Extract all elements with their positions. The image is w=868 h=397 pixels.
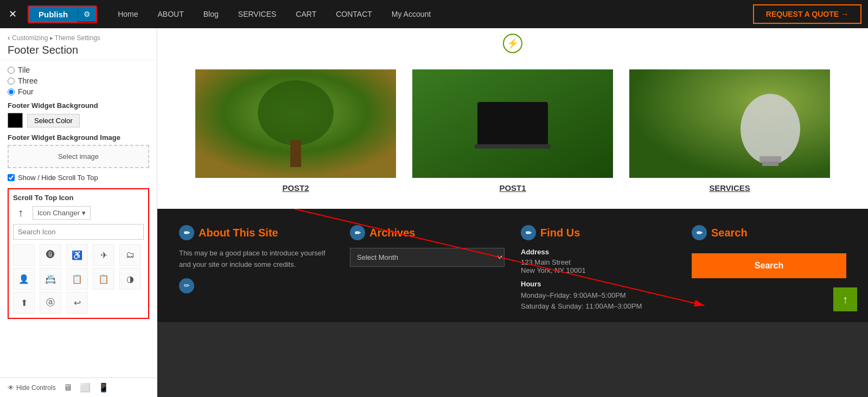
footer-widget-bg-image-label: Footer Widget Background Image [8, 133, 149, 142]
nav-home[interactable]: Home [108, 0, 148, 28]
icon-cell-9[interactable]: ◑ [119, 268, 141, 290]
footer-search-title: ✏ Search [692, 225, 846, 240]
radio-tile-input[interactable] [8, 67, 15, 74]
breadcrumb: Customizing ▸ Theme Settings [12, 34, 100, 42]
footer-findus-edit-icon[interactable]: ✏ [521, 225, 536, 240]
post-card-1: POST2 [195, 69, 396, 193]
radio-group: Tile Three Four [8, 66, 149, 96]
site-preview: ⚡ [157, 28, 868, 322]
radio-three-label: Three [18, 76, 38, 85]
footer-address-line2: New York, NY 10001 [521, 266, 675, 274]
desktop-icon[interactable]: 🖥 [63, 383, 72, 393]
icon-cell-12[interactable]: ↩ [66, 292, 88, 313]
footer-about-title-text: About This Site [199, 227, 278, 239]
icon-cell-empty[interactable] [13, 244, 35, 266]
post-image-2 [412, 69, 613, 178]
request-quote-button[interactable]: REQUEST A QUOTE → [753, 4, 861, 24]
icon-cell-7[interactable]: 📋 [66, 268, 88, 290]
close-button[interactable]: ✕ [0, 8, 25, 20]
gear-button[interactable]: ⚙ [78, 7, 96, 22]
footer-hours-line1: Monday–Friday: 9:00AM–5:00PM [521, 290, 675, 301]
lightning-icon: ⚡ [503, 34, 522, 53]
search-button[interactable]: Search [692, 253, 846, 278]
footer-grid: ✏ About This Site This may be a good pla… [179, 225, 846, 311]
show-hide-scroll-row: Show / Hide Scroll To Top [8, 174, 149, 182]
select-image-box[interactable]: Select image [8, 145, 149, 168]
radio-tile[interactable]: Tile [8, 66, 149, 74]
nav-my-account[interactable]: My Account [382, 0, 441, 28]
radio-three-input[interactable] [8, 78, 15, 85]
scroll-icon-title: Scroll To Top Icon [13, 194, 144, 202]
footer-address-label: Address [521, 248, 675, 256]
icon-cell-4[interactable]: 🗂 [119, 244, 141, 266]
icon-changer-label: Icon Changer [37, 209, 80, 217]
icon-cell-5[interactable]: 👤 [13, 268, 35, 290]
footer-archives-edit-icon[interactable]: ✏ [350, 225, 365, 240]
tablet-icon[interactable]: ⬜ [80, 382, 91, 393]
nav-cart[interactable]: CART [286, 0, 326, 28]
icon-cell-11[interactable]: ⓐ [40, 292, 61, 313]
icon-cell-10[interactable]: ⬆ [13, 292, 35, 313]
footer-widget-bg-label: Footer Widget Background [8, 101, 149, 110]
hide-controls-label: Hide Controls [16, 384, 56, 392]
top-bar: ✕ Publish ⚙ Home ABOUT Blog SERVICES CAR… [0, 0, 868, 28]
scroll-top-lightning-area: ⚡ [157, 28, 868, 59]
search-icon-input[interactable] [13, 224, 144, 240]
show-hide-scroll-checkbox[interactable] [8, 174, 15, 181]
footer-search-col: ✏ Search Search [692, 225, 846, 311]
show-hide-scroll-label: Show / Hide Scroll To Top [18, 174, 98, 182]
post-card-2: POST1 [412, 69, 613, 193]
radio-tile-label: Tile [18, 66, 30, 74]
icon-changer-select[interactable]: Icon Changer ▾ [33, 206, 91, 220]
post-title-3: SERVICES [629, 183, 830, 193]
nav-blog[interactable]: Blog [194, 0, 228, 28]
footer-archives-col: ✏ Archives Select Month [350, 225, 505, 311]
icon-cell-6[interactable]: 📇 [40, 268, 61, 290]
publish-button[interactable]: Publish [29, 7, 78, 22]
footer: ✏ About This Site This may be a good pla… [157, 209, 868, 322]
icon-cell-2[interactable]: ♿ [66, 244, 88, 266]
sidebar-scroll-area: Tile Three Four Footer Widget Background… [0, 60, 157, 377]
nav-services[interactable]: SERVICES [228, 0, 286, 28]
radio-four-label: Four [18, 87, 34, 96]
scroll-top-button[interactable]: ↑ [833, 287, 857, 311]
footer-findus-title: ✏ Find Us [521, 225, 675, 240]
sidebar-bottom-bar: 👁 Hide Controls 🖥 ⬜ 📱 [0, 377, 157, 397]
svg-rect-9 [762, 162, 778, 166]
footer-findus-title-text: Find Us [540, 227, 580, 239]
post-image-1 [195, 69, 396, 178]
nav-about[interactable]: ABOUT [148, 0, 194, 28]
radio-three[interactable]: Three [8, 76, 149, 85]
hide-controls-button[interactable]: 👁 Hide Controls [8, 384, 56, 392]
footer-search-edit-icon[interactable]: ✏ [692, 225, 707, 240]
footer-hours-label: Hours [521, 280, 675, 288]
color-swatch[interactable] [8, 113, 23, 128]
radio-four[interactable]: Four [8, 87, 149, 96]
svg-rect-2 [290, 140, 301, 167]
footer-address-line1: 123 Main Street [521, 258, 675, 266]
back-arrow-icon: ‹ [8, 34, 10, 42]
icon-cell-1[interactable]: 🅖 [40, 244, 61, 266]
footer-about-col: ✏ About This Site This may be a good pla… [179, 225, 334, 311]
icon-cell-3[interactable]: ✈ [93, 244, 114, 266]
post-image-3 [629, 69, 830, 178]
footer-about-edit-icon[interactable]: ✏ [179, 225, 194, 240]
archives-select[interactable]: Select Month [350, 248, 505, 267]
radio-four-input[interactable] [8, 88, 15, 95]
footer-about-pencil[interactable]: ✏ [179, 278, 194, 293]
svg-rect-5 [475, 144, 551, 149]
footer-findus-col: ✏ Find Us Address 123 Main Street New Yo… [521, 225, 675, 311]
select-color-button[interactable]: Select Color [27, 114, 80, 127]
sidebar-section-title: Footer Section [8, 44, 149, 56]
main-layout: ‹ Customizing ▸ Theme Settings Footer Se… [0, 28, 868, 397]
sidebar-header: ‹ Customizing ▸ Theme Settings Footer Se… [0, 28, 157, 60]
sidebar-back-button[interactable]: ‹ Customizing ▸ Theme Settings [8, 34, 149, 42]
icon-cell-8[interactable]: 📋 [93, 268, 114, 290]
post-title-1: POST2 [195, 183, 396, 193]
mobile-icon[interactable]: 📱 [98, 382, 109, 393]
nav-contact[interactable]: CONTACT [326, 0, 382, 28]
icon-changer-row: ↑ Icon Changer ▾ [13, 206, 144, 220]
scroll-icon-section: Scroll To Top Icon ↑ Icon Changer ▾ 🅖 ♿ … [8, 188, 149, 319]
footer-about-text: This may be a good place to introduce yo… [179, 248, 334, 271]
footer-archives-title-text: Archives [369, 227, 416, 239]
